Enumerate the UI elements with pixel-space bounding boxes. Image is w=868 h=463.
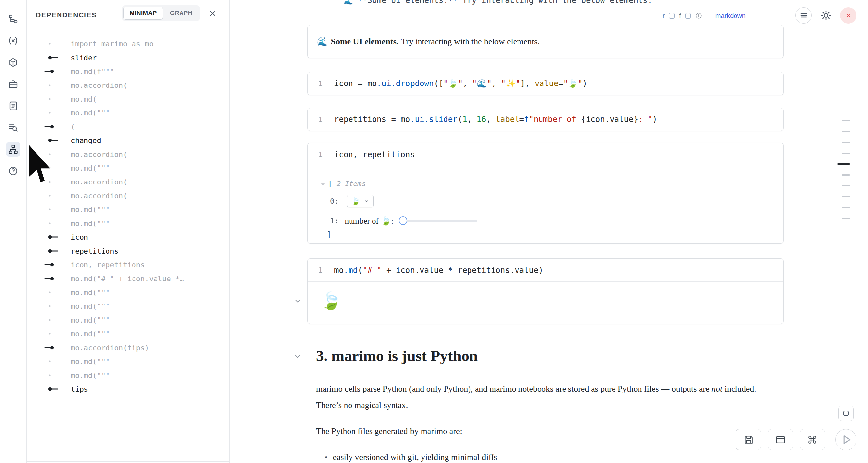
chevron-down-icon[interactable] <box>319 181 326 187</box>
checkbox[interactable] <box>685 13 691 19</box>
list-item-text: easily versioned with git, yielding mini… <box>333 453 497 462</box>
settings-button[interactable] <box>818 7 834 24</box>
toolbox-icon[interactable] <box>6 77 20 91</box>
minimap-row[interactable]: mo.accordion( <box>27 175 229 189</box>
minimap-row[interactable]: mo.md(""" <box>27 161 229 175</box>
scroll-mark[interactable] <box>842 207 850 208</box>
app-view-button[interactable] <box>768 429 793 450</box>
slider-track[interactable] <box>403 220 477 222</box>
minimap-row[interactable]: mo.md(f""" <box>27 64 229 78</box>
toolbar-label-r: r <box>663 12 665 20</box>
scroll-mark[interactable] <box>842 185 850 186</box>
variables-icon[interactable] <box>6 34 20 48</box>
minimap-row[interactable]: mo.md(""" <box>27 106 229 120</box>
minimap-row[interactable]: repetitions <box>27 244 229 258</box>
dot-marker-icon <box>44 147 60 161</box>
minimap-row[interactable]: mo.md(""" <box>27 354 229 368</box>
minimap-row[interactable]: changed <box>27 133 229 147</box>
code-cell-dropdown[interactable]: 1 icon = mo.ui.dropdown(["🍃", "🌊", "✨"],… <box>307 72 783 95</box>
dropdown-select[interactable]: 🍃 <box>347 195 374 208</box>
out-marker-icon <box>44 382 60 396</box>
minimap-row[interactable]: mo.accordion(tips) <box>27 341 229 354</box>
tab-graph[interactable]: GRAPH <box>164 7 199 20</box>
minimap-row[interactable]: import marimo as mo <box>27 37 229 51</box>
clipped-code-line: 🌊 **Some UI elements.** Try interacting … <box>343 0 799 4</box>
minimap-row[interactable]: mo.accordion( <box>27 78 229 92</box>
chevron-down-icon[interactable] <box>293 297 302 305</box>
chevron-down-icon[interactable] <box>293 352 302 361</box>
minimap-row[interactable]: mo.accordion( <box>27 147 229 161</box>
language-badge[interactable]: markdown <box>715 12 746 20</box>
code-cell-tuple[interactable]: 1 icon, repetitions [ 2 Items 0: 🍃 <box>307 143 783 244</box>
code-line[interactable]: repetitions = mo.ui.slider(1, 16, label=… <box>334 115 657 124</box>
shutdown-button[interactable] <box>840 7 857 24</box>
in-marker-icon <box>44 120 60 133</box>
code-line[interactable]: icon, repetitions <box>334 150 415 159</box>
dot-marker-icon <box>44 327 60 341</box>
doc-search-icon[interactable] <box>6 120 20 135</box>
menu-button[interactable] <box>795 7 812 24</box>
tree-index: 1: <box>330 217 339 225</box>
square-icon <box>842 409 850 418</box>
code-line[interactable]: icon = mo.ui.dropdown(["🍃", "🌊", "✨"], v… <box>334 79 587 88</box>
keyboard-shortcuts-button[interactable] <box>800 429 825 450</box>
minimap-row[interactable]: icon <box>27 230 229 244</box>
minimap-row[interactable]: mo.md( <box>27 92 229 106</box>
minimap-row[interactable]: mo.md("# " + icon.value *… <box>27 272 229 285</box>
scroll-mark[interactable] <box>842 131 850 132</box>
cell-toolbar: r f markdown <box>663 11 746 21</box>
paragraph: The Python files generated by marimo are… <box>316 426 462 437</box>
info-icon[interactable] <box>695 12 702 20</box>
scroll-mark[interactable] <box>842 142 850 143</box>
help-icon[interactable] <box>6 164 20 178</box>
code-cell-slider[interactable]: 1 repetitions = mo.ui.slider(1, 16, labe… <box>307 108 783 131</box>
play-icon <box>836 429 856 450</box>
intro-bold-text: Some UI elements. <box>331 37 399 47</box>
minimap-row[interactable]: slider <box>27 51 229 64</box>
slider[interactable] <box>399 216 477 225</box>
code-line[interactable]: mo.md("# " + icon.value * repetitions.va… <box>334 266 543 275</box>
minimap-row[interactable]: mo.md(""" <box>27 327 229 341</box>
in-marker-icon <box>44 341 60 354</box>
close-icon <box>844 11 853 20</box>
snippets-icon[interactable] <box>6 99 20 113</box>
minimap-row[interactable]: icon, repetitions <box>27 258 229 272</box>
code-cell-md[interactable]: 1 mo.md("# " + icon.value * repetitions.… <box>307 258 783 324</box>
slider-knob[interactable] <box>399 216 407 225</box>
dot-marker-icon <box>44 92 60 106</box>
minimap-row[interactable]: ( <box>27 120 229 133</box>
minimap-row[interactable]: tips <box>27 382 229 396</box>
scroll-mark[interactable] <box>842 120 850 121</box>
code-row: 1 repetitions = mo.ui.slider(1, 16, labe… <box>308 108 783 130</box>
run-button[interactable] <box>835 429 857 450</box>
minimap-row[interactable]: mo.accordion( <box>27 189 229 203</box>
paragraph-text: marimo cells parse Python (and only Pyth… <box>316 384 712 394</box>
minimap-row[interactable]: mo.md(""" <box>27 216 229 230</box>
minimap-row[interactable]: mo.md(""" <box>27 285 229 299</box>
clipped-cell-editor[interactable]: 🌊 **Some UI elements.** Try interacting … <box>292 0 799 5</box>
scroll-mark[interactable] <box>842 218 850 219</box>
dependency-graph-icon[interactable] <box>6 142 20 157</box>
code-row: 1 icon = mo.ui.dropdown(["🍃", "🌊", "✨"],… <box>308 72 783 95</box>
close-icon[interactable] <box>208 8 218 19</box>
save-icon <box>743 434 754 445</box>
minimap-row[interactable]: mo.md(""" <box>27 203 229 216</box>
file-tree-icon[interactable] <box>6 12 20 26</box>
minimap-row[interactable]: mo.md(""" <box>27 368 229 382</box>
bracket-close: ] <box>319 230 783 239</box>
scroll-mark[interactable] <box>842 153 850 154</box>
scroll-mark[interactable] <box>842 196 850 197</box>
panel-toggle-button[interactable] <box>838 406 854 421</box>
scroll-mark-active[interactable] <box>837 163 850 165</box>
minimap-row-label: mo.md(""" <box>71 330 110 338</box>
packages-icon[interactable] <box>6 55 20 70</box>
minimap-row[interactable]: mo.md(""" <box>27 299 229 313</box>
minimap-row-label: mo.md(""" <box>71 164 110 172</box>
panel-title: DEPENDENCIES <box>36 11 97 19</box>
line-number: 1 <box>308 116 322 124</box>
minimap-row[interactable]: mo.md(""" <box>27 313 229 327</box>
checkbox[interactable] <box>669 13 675 19</box>
tab-minimap[interactable]: MINIMAP <box>123 7 163 20</box>
save-button[interactable] <box>736 429 761 450</box>
scroll-mark[interactable] <box>842 174 850 176</box>
